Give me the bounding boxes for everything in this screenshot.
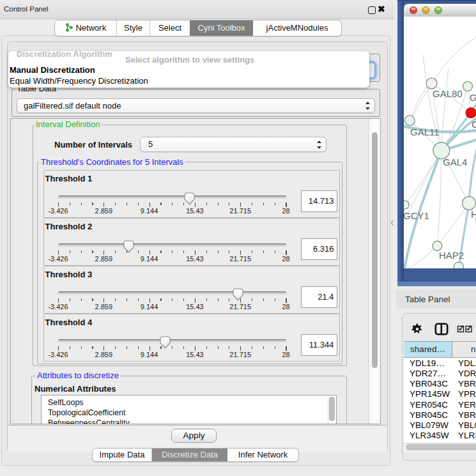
svg-text:GA: GA (470, 92, 476, 103)
svg-text:GCY1: GCY1 (404, 210, 429, 221)
svg-text:HAP2: HAP2 (439, 250, 464, 261)
svg-text:HI: HI (471, 209, 476, 220)
svg-text:GAL4: GAL4 (443, 157, 467, 167)
svg-text:GAL80: GAL80 (433, 88, 463, 99)
svg-text:GAL11: GAL11 (410, 127, 440, 137)
svg-text:CY: CY (472, 119, 476, 130)
